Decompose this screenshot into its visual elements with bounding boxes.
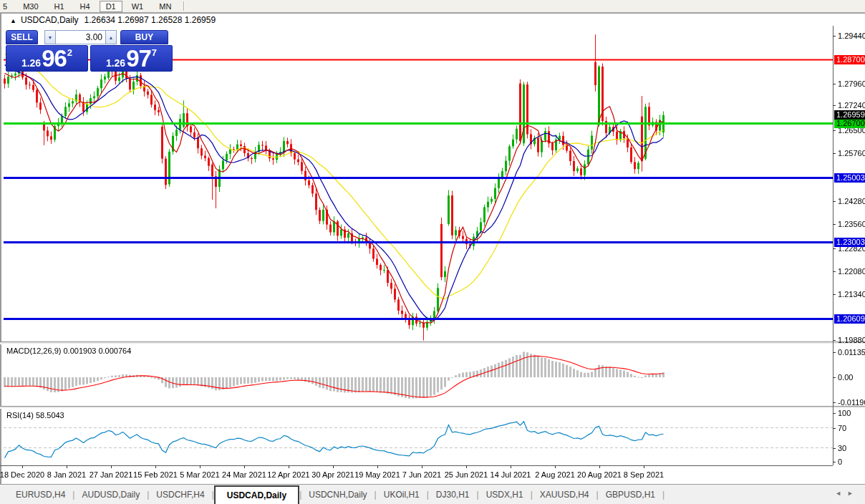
price-axis-label: 1.21340 [838,290,865,299]
main-macd-splitter[interactable] [0,341,865,344]
axis-tick [833,36,836,37]
rsi-axis-label: 100 [838,409,851,417]
date-label: 8 Jan 2021 [47,470,86,479]
macd-axis-label: 0.00 [838,373,853,382]
volume-decrease-icon[interactable]: ▼ [44,30,56,44]
sell-price-pip: 2 [67,48,72,57]
date-label: 30 Apr 2021 [311,470,354,479]
tab-scroll-arrows[interactable]: ◄► [835,490,859,497]
volume-increase-icon[interactable]: ▲ [105,30,117,44]
volume-input[interactable]: 3.00 [56,30,105,44]
macd-rsi-splitter[interactable] [0,406,865,409]
price-axis-label: 1.27960 [838,79,865,88]
axis-tick [833,340,836,341]
date-label: 2 Aug 2021 [535,470,575,479]
date-label: 12 Apr 2021 [267,470,309,479]
timeframe-button-mn[interactable]: MN [153,1,178,12]
sell-button[interactable]: SELL [6,30,38,44]
buy-price-box[interactable]: 1.26 97 7 [90,45,173,72]
tab-usdx-h1[interactable]: USDX,H1 [479,485,531,504]
date-tick [555,465,556,468]
timeframe-button-d1[interactable]: D1 [100,1,122,12]
level-price-label: 1.25003 [834,173,865,183]
date-label: 19 May 2021 [354,470,400,479]
price-axis-label: 1.23560 [838,220,865,228]
tab-scroll-right-icon[interactable]: ► [847,490,859,497]
date-tick [22,465,23,468]
sell-price-box[interactable]: 1.26 96 2 [6,45,88,72]
axis-tick [833,294,836,295]
timeframe-button-5[interactable]: 5 [1,1,14,12]
timeframe-button-m30[interactable]: M30 [16,1,44,12]
timeframe-button-w1[interactable]: W1 [125,1,150,12]
axis-tick [833,402,836,403]
date-tick [511,465,511,468]
axis-tick [833,248,836,249]
buy-price-prefix: 1.26 [106,58,125,68]
price-axis-label: 1.19880 [838,336,865,344]
tab-usdchf-h4[interactable]: USDCHF,H4 [149,485,211,504]
price-axis-line [833,26,833,465]
one-click-trading-panel: SELL ▼ 3.00 ▲ BUY 1.26 96 2 1.26 97 7 [6,30,173,72]
tab-audusd-daily[interactable]: AUDUSD,Daily [74,485,147,504]
macd-label: MACD(12,26,9) 0.001903 0.000764 [6,346,131,355]
date-label: 18 Dec 2020 [0,470,44,479]
date-tick [422,465,422,468]
price-axis-label: 1.24280 [838,197,865,205]
axis-tick [833,271,836,272]
level-price-label: 1.26700 [834,119,865,128]
date-tick [200,465,200,468]
tab-separator: | [662,485,665,504]
main-chart-canvas[interactable] [4,26,833,342]
price-axis-label: 1.22080 [838,267,865,276]
date-axis-line [0,465,833,466]
sell-price-main: 96 [42,47,67,70]
rsi-axis-label: 70 [838,424,846,432]
date-tick [644,465,644,468]
rsi-label: RSI(14) 58.5043 [6,411,64,420]
axis-tick [833,84,836,84]
rsi-indicator-canvas[interactable] [4,409,833,465]
rsi-axis-label: 0 [838,457,842,466]
axis-tick [833,130,836,131]
date-label: 7 Jun 2021 [402,470,441,479]
tab-xauusd-h4[interactable]: XAUUSD,H4 [533,485,596,504]
tab-usdcad-daily[interactable]: USDCAD,Daily [214,485,299,504]
tab-eurusd-h4[interactable]: EURUSD,H4 [9,485,72,504]
buy-price-main: 97 [126,47,151,70]
tab-scroll-left-icon[interactable]: ◄ [835,490,847,497]
toolbar-separator [183,1,184,11]
buy-button[interactable]: BUY [120,30,168,44]
axis-tick [833,153,836,154]
timeframe-toolbar: 5M30H1H4D1W1MN [0,0,865,13]
date-tick [333,465,334,468]
axis-tick [833,352,836,353]
date-label: 25 Jun 2021 [445,470,488,479]
tab-gbpusd-h1[interactable]: GBPUSD,H1 [599,485,662,504]
axis-tick [833,377,836,378]
date-tick [244,465,245,468]
axis-tick [833,462,836,462]
date-tick [289,465,289,468]
price-axis-label: 1.27240 [838,101,865,110]
tab-usdcnh-daily[interactable]: USDCNH,Daily [301,485,374,504]
timeframe-button-h4[interactable]: H4 [74,1,97,12]
chart-symbol-period: USDCAD,Daily [21,15,79,25]
trading-terminal: 5M30H1H4D1W1MN ▲USDCAD,Daily1.26634 1.26… [0,0,865,504]
date-tick [377,465,378,468]
chart-title: ▲USDCAD,Daily1.26634 1.26987 1.26528 1.2… [10,15,216,25]
symbol-tab-bar: EURUSD,H4|AUDUSD,Daily|USDCHF,H4|USDCAD,… [0,484,865,504]
axis-tick [833,201,836,202]
date-label: 20 Aug 2021 [577,470,622,479]
tab-dj30-h1[interactable]: DJ30,H1 [429,485,477,504]
tab-ukoil-h1[interactable]: UKOil,H1 [377,485,427,504]
macd-axis-label: -0.01190 [838,398,865,407]
rsi-axis-label: 30 [838,444,846,452]
price-axis-label: 1.25760 [838,149,865,158]
level-price-label: 1.20609 [834,314,865,324]
date-label: 24 Mar 2021 [222,470,266,479]
axis-tick [833,448,836,449]
date-tick [155,465,156,468]
timeframe-button-h1[interactable]: H1 [48,1,71,12]
price-axis-label: 1.29440 [838,32,865,40]
